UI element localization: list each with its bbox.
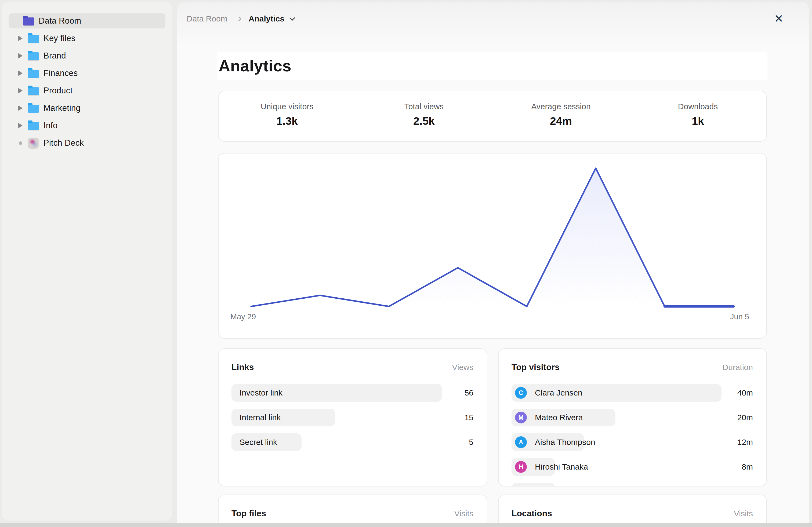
folder-icon — [28, 52, 39, 60]
avatar: A — [515, 436, 527, 448]
visitor-row-clipped[interactable] — [511, 483, 753, 486]
sidebar-item-pitch-deck[interactable]: Pitch Deck — [9, 136, 165, 151]
chevron-down-icon[interactable] — [289, 15, 295, 20]
sidebar-item-finances[interactable]: Finances — [9, 66, 165, 81]
locations-panel: Locations Visits — [498, 495, 767, 527]
breadcrumb-parent[interactable]: Data Room — [187, 14, 228, 23]
sidebar-item-label: Key files — [44, 33, 75, 43]
stat-label: Total views — [404, 102, 444, 111]
stat-downloads: Downloads 1k — [629, 102, 766, 131]
panel-title: Locations — [511, 509, 552, 518]
duration-bar — [511, 483, 555, 486]
x-axis-label-end: Jun 5 — [730, 312, 749, 321]
stat-value: 1.3k — [276, 115, 298, 127]
visitor-row[interactable]: C Clara Jensen 40m — [511, 384, 753, 402]
link-views: 56 — [465, 384, 474, 402]
link-row[interactable]: Internal link 15 — [231, 409, 474, 426]
visitor-duration: 8m — [742, 458, 753, 476]
metric-header: Visits — [734, 509, 753, 518]
sidebar-item-label: Marketing — [44, 103, 81, 113]
link-label: Investor link — [240, 384, 282, 402]
chevron-right-icon — [236, 16, 241, 21]
link-views: 5 — [469, 433, 474, 451]
sidebar-item-label: Brand — [44, 51, 66, 61]
visitor-name: Mateo Rivera — [535, 413, 583, 422]
metric-header: Duration — [723, 363, 753, 372]
link-row[interactable]: Investor link 56 — [231, 384, 474, 402]
x-axis-label-start: May 29 — [230, 312, 256, 321]
visitor-name: Hiroshi Tanaka — [535, 462, 588, 471]
visitor-row[interactable]: A Aisha Thompson 12m — [511, 433, 753, 451]
window-bottom-edge — [0, 523, 812, 527]
sidebar-item-label: Finances — [44, 69, 77, 78]
visitor-row[interactable]: M Mateo Rivera 20m — [511, 409, 753, 426]
stat-average-session: Average session 24m — [492, 102, 629, 131]
avatar: C — [515, 387, 527, 399]
folder-icon — [28, 35, 39, 43]
top-files-panel: Top files Visits — [218, 495, 487, 527]
top-visitors-panel: Top visitors Duration C Clara Jensen 40m… — [498, 348, 767, 486]
folder-icon — [28, 122, 39, 130]
sidebar: Data Room Key files Brand Finances Produ… — [2, 2, 172, 521]
visitor-name: Clara Jensen — [535, 388, 582, 397]
folder-icon — [28, 87, 39, 95]
folder-icon — [28, 105, 39, 113]
visitor-duration: 40m — [737, 384, 753, 402]
sidebar-item-info[interactable]: Info — [9, 118, 165, 133]
link-label: Internal link — [240, 409, 280, 426]
sidebar-item-label: Pitch Deck — [44, 138, 84, 148]
disclosure-caret-icon[interactable] — [18, 88, 23, 93]
panel-title: Top files — [231, 509, 266, 518]
link-row[interactable]: Secret link 5 — [231, 433, 474, 451]
stat-value: 24m — [550, 115, 572, 127]
stat-unique-visitors: Unique visitors 1.3k — [219, 102, 356, 131]
folder-icon — [28, 70, 39, 78]
sidebar-item-key-files[interactable]: Key files — [9, 31, 165, 46]
avatar: H — [515, 461, 527, 473]
breadcrumb-current[interactable]: Analytics — [249, 14, 284, 23]
main-panel: Data Room Analytics ✕ Analytics Unique v… — [177, 2, 809, 527]
page-header: Analytics — [217, 52, 767, 80]
links-panel: Links Views Investor link 56 Internal li… — [218, 348, 487, 486]
stat-label: Average session — [531, 102, 591, 111]
sidebar-item-product[interactable]: Product — [9, 83, 165, 98]
disclosure-caret-icon[interactable] — [18, 105, 23, 111]
stat-total-views: Total views 2.5k — [356, 102, 492, 131]
visitors-line-chart: May 29 Jun 5 — [218, 153, 767, 338]
metric-header: Views — [452, 363, 474, 372]
stat-label: Unique visitors — [261, 102, 314, 111]
visitor-name: Aisha Thompson — [535, 438, 595, 447]
link-views: 15 — [465, 409, 474, 426]
pitch-deck-thumbnail-icon — [28, 138, 39, 148]
stat-value: 1k — [692, 115, 704, 127]
disclosure-caret-icon[interactable] — [18, 123, 23, 128]
visitor-row[interactable]: H Hiroshi Tanaka 8m — [511, 458, 753, 476]
page-title: Analytics — [217, 57, 291, 75]
folder-icon — [23, 17, 34, 26]
sidebar-item-marketing[interactable]: Marketing — [9, 101, 165, 116]
sidebar-item-label: Product — [44, 86, 73, 95]
sidebar-item-label: Data Room — [39, 16, 81, 26]
sidebar-item-data-room[interactable]: Data Room — [9, 13, 165, 28]
avatar: M — [515, 412, 527, 423]
stats-card: Unique visitors 1.3k Total views 2.5k Av… — [218, 91, 767, 142]
close-icon[interactable]: ✕ — [770, 10, 787, 27]
disclosure-caret-icon[interactable] — [18, 36, 23, 41]
link-label: Secret link — [240, 433, 277, 451]
visitor-duration: 20m — [737, 409, 753, 426]
panel-title: Top visitors — [511, 362, 560, 372]
x-axis-labels: May 29 Jun 5 — [219, 312, 766, 321]
sidebar-item-label: Info — [44, 121, 58, 131]
panel-title: Links — [231, 362, 254, 372]
line-chart-svg — [219, 153, 766, 338]
visitor-duration: 12m — [737, 433, 753, 451]
disclosure-caret-icon[interactable] — [18, 71, 23, 76]
dot-bullet-icon — [19, 141, 22, 145]
topbar: Data Room Analytics ✕ — [187, 10, 798, 27]
sidebar-item-brand[interactable]: Brand — [9, 48, 165, 63]
stat-value: 2.5k — [413, 115, 435, 127]
disclosure-caret-icon[interactable] — [18, 53, 23, 59]
stat-label: Downloads — [678, 102, 718, 111]
metric-header: Visits — [454, 509, 474, 518]
